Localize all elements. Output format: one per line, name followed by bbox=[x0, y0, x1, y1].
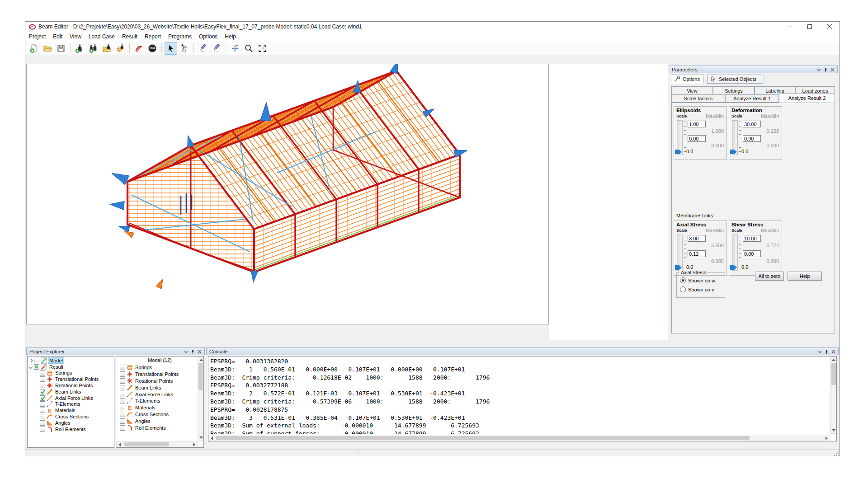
checkbox-rotational-points[interactable] bbox=[120, 378, 125, 384]
chevron-down-icon[interactable] bbox=[183, 348, 189, 355]
tree-item-axial-force-links[interactable]: Axial Force Links bbox=[28, 395, 114, 401]
menu-item-options[interactable]: Options bbox=[195, 32, 221, 41]
scroll-right-icon[interactable] bbox=[193, 443, 195, 446]
checkbox-angles[interactable] bbox=[40, 420, 45, 426]
list-item-materials[interactable]: EMaterials bbox=[116, 404, 203, 411]
model-settings-button[interactable] bbox=[114, 42, 127, 55]
pin-icon[interactable] bbox=[823, 348, 830, 355]
title-bar[interactable]: Beam Editor - D:\2_Projekte\Easy\2020\03… bbox=[25, 22, 840, 32]
list-item-springs[interactable]: Springs bbox=[116, 364, 203, 371]
menu-item-project[interactable]: Project bbox=[25, 32, 49, 41]
tree-expander-icon[interactable] bbox=[29, 359, 33, 362]
list-item-t-elements[interactable]: T-Elements bbox=[116, 398, 203, 404]
axial-stress-min-input[interactable] bbox=[688, 250, 706, 257]
ellipsoids-min-input[interactable] bbox=[688, 135, 706, 142]
maximize-button[interactable] bbox=[800, 22, 820, 32]
new-project-button[interactable] bbox=[28, 42, 40, 55]
checkbox-cross-sections[interactable] bbox=[120, 412, 125, 417]
checkbox-roll-elements[interactable] bbox=[120, 425, 125, 431]
model-list-hscrollbar[interactable] bbox=[116, 441, 198, 447]
new-model-button[interactable] bbox=[73, 42, 86, 55]
radio-shown-on-v[interactable]: Shown on v bbox=[680, 286, 714, 292]
checkbox-t-elements[interactable] bbox=[40, 401, 45, 407]
console-header[interactable]: Console bbox=[206, 347, 839, 355]
console-output[interactable]: EPSPRQ= 0.0031362820Beam3D: 1 0.560E-01 … bbox=[208, 356, 837, 441]
parameters-header[interactable]: Parameters bbox=[669, 66, 838, 73]
calculate-button[interactable] bbox=[132, 42, 145, 55]
tab-view[interactable]: View bbox=[671, 86, 713, 94]
menu-item-result[interactable]: Result bbox=[118, 32, 141, 41]
move-view-button[interactable] bbox=[229, 42, 241, 55]
menu-item-load-case[interactable]: Load Case bbox=[85, 32, 118, 41]
list-item-roll-elements[interactable]: Roll Elements bbox=[116, 424, 203, 431]
checkbox-translational-points[interactable] bbox=[120, 371, 125, 377]
scroll-up-icon[interactable] bbox=[832, 359, 835, 361]
checkbox-rotational-points[interactable] bbox=[40, 383, 45, 388]
pin-icon[interactable] bbox=[822, 66, 829, 73]
scroll-up-icon[interactable] bbox=[199, 359, 203, 361]
close-icon[interactable] bbox=[829, 66, 836, 73]
axial-stress-max-input[interactable] bbox=[688, 235, 706, 242]
scroll-right-icon[interactable] bbox=[826, 436, 828, 440]
tree-item-translational-points[interactable]: Translational Points bbox=[28, 376, 114, 382]
pin-icon[interactable] bbox=[189, 348, 196, 355]
pan-tool-button[interactable] bbox=[178, 42, 191, 55]
scroll-down-icon[interactable] bbox=[832, 429, 835, 432]
scroll-down-icon[interactable] bbox=[199, 436, 203, 439]
list-item-beam-links[interactable]: Beam Links bbox=[116, 384, 203, 391]
open-project-button[interactable] bbox=[41, 42, 54, 55]
tree-item-roll-elements[interactable]: Roll Elements bbox=[28, 426, 114, 432]
checkbox-axial-force-links[interactable] bbox=[120, 392, 125, 397]
checkbox-beam-links[interactable] bbox=[40, 389, 45, 394]
draw-axial-link-button[interactable] bbox=[210, 42, 223, 55]
tab-analyze-result-2[interactable]: Analyze Result 2 bbox=[779, 93, 835, 103]
console-vscrollbar[interactable] bbox=[830, 357, 836, 434]
shear-stress-min-input[interactable] bbox=[743, 250, 761, 257]
tab-analyze-result-1[interactable]: Analyze Result 1 bbox=[725, 94, 779, 103]
tree-item-cross-sections[interactable]: Cross Sections bbox=[28, 413, 114, 420]
console-hscrollbar[interactable] bbox=[208, 435, 830, 441]
menu-item-edit[interactable]: Edit bbox=[49, 32, 66, 41]
chevron-down-icon[interactable] bbox=[816, 66, 822, 73]
checkbox-result[interactable] bbox=[34, 364, 39, 370]
menu-item-report[interactable]: Report bbox=[141, 32, 165, 41]
close-icon[interactable] bbox=[196, 348, 203, 355]
model-viewport[interactable] bbox=[26, 64, 549, 324]
zoom-view-button[interactable] bbox=[242, 42, 255, 55]
stop-button[interactable]: STOP bbox=[146, 42, 159, 55]
tree-item-t-elements[interactable]: T-Elements bbox=[28, 401, 114, 408]
import-model-button[interactable] bbox=[100, 42, 113, 55]
list-item-translational-points[interactable]: Translational Points bbox=[116, 371, 203, 378]
checkbox-cross-sections[interactable] bbox=[40, 414, 45, 419]
close-icon[interactable] bbox=[830, 348, 837, 355]
deformation-min-input[interactable] bbox=[743, 135, 761, 142]
menu-item-help[interactable]: Help bbox=[221, 32, 240, 41]
resize-grip[interactable] bbox=[834, 451, 839, 456]
tree-item-result[interactable]: Result bbox=[28, 364, 114, 370]
save-project-button[interactable] bbox=[55, 42, 67, 55]
select-tool-button[interactable] bbox=[165, 42, 177, 55]
close-button[interactable] bbox=[820, 22, 840, 32]
radio-shown-on-w[interactable]: Shown on w bbox=[680, 277, 715, 283]
tree-item-materials[interactable]: EMaterials bbox=[28, 407, 114, 413]
tree-item-angles[interactable]: Angles bbox=[28, 420, 114, 426]
tab-selected-objects[interactable]: Selected Objects bbox=[707, 75, 762, 84]
checkbox-angles[interactable] bbox=[120, 418, 125, 424]
tree-item-model[interactable]: Model bbox=[28, 357, 114, 364]
tree-item-springs[interactable]: Springs bbox=[28, 370, 114, 376]
checkbox-roll-elements[interactable] bbox=[40, 427, 45, 432]
checkbox-springs[interactable] bbox=[40, 370, 45, 375]
tree-item-beam-links[interactable]: Beam Links bbox=[28, 389, 114, 395]
chevron-down-icon[interactable] bbox=[816, 348, 823, 355]
tree-item-rotational-points[interactable]: Rotational Points bbox=[28, 382, 114, 389]
shear-stress-max-input[interactable] bbox=[743, 235, 761, 242]
fit-view-button[interactable] bbox=[256, 42, 269, 55]
draw-beam-link-button[interactable] bbox=[197, 42, 209, 55]
checkbox-t-elements[interactable] bbox=[120, 398, 125, 404]
checkbox-springs[interactable] bbox=[120, 365, 125, 370]
checkbox-model[interactable] bbox=[34, 358, 39, 363]
tree-expander-icon[interactable] bbox=[29, 365, 33, 368]
project-explorer-header[interactable]: Project Explorer bbox=[26, 347, 205, 355]
list-item-rotational-points[interactable]: Rotational Points bbox=[116, 378, 203, 385]
deformation-max-input[interactable] bbox=[743, 121, 761, 127]
